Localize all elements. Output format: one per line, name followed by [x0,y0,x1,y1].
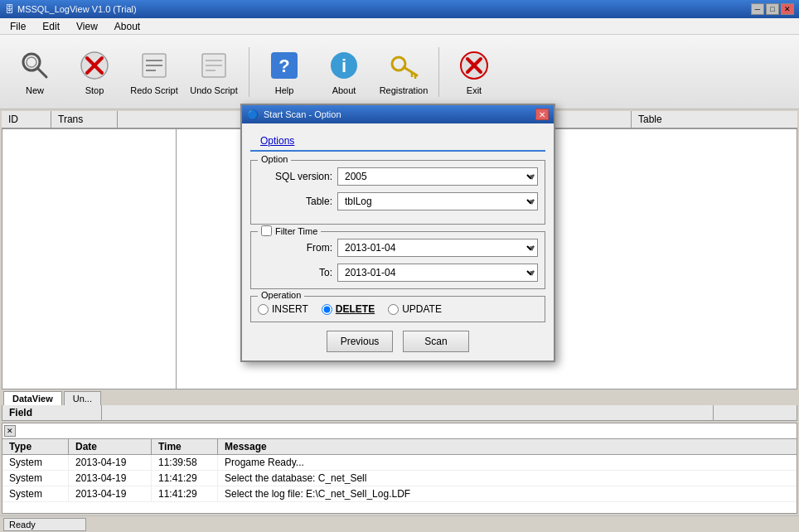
from-select-wrapper: 2013-01-04 ▼ [337,239,538,257]
filter-legend: Filter Time [258,225,321,236]
insert-radio-label[interactable]: INSERT [258,303,308,315]
filter-time-fieldset: Filter Time From: 2013-01-04 ▼ To: [250,231,545,289]
update-label: UPDATE [402,303,442,315]
delete-label: DELETE [336,303,375,315]
sql-version-label: SQL version: [258,171,332,182]
from-label: From: [258,242,332,254]
table-row: Table: tblLog ▼ [258,192,538,210]
to-row: To: 2013-01-04 ▼ [258,264,538,282]
modal-title-left: 🔵 Start Scan - Option [247,109,341,120]
dialog-title: Start Scan - Option [264,109,341,119]
table-select[interactable]: tblLog [337,192,538,210]
dialog-close-button[interactable]: ✕ [535,109,549,120]
from-row: From: 2013-01-04 ▼ [258,239,538,257]
filter-time-checkbox[interactable] [261,225,272,236]
delete-radio[interactable] [322,304,332,315]
to-select[interactable]: 2013-01-04 [337,264,538,282]
option-fieldset: Option SQL version: 2005 2008 2012 2014 … [250,160,545,225]
to-label: To: [258,267,332,278]
sql-version-row: SQL version: 2005 2008 2012 2014 ▼ [258,167,538,186]
option-legend: Option [258,154,291,164]
dialog-button-row: Previous Scan [250,331,545,352]
modal-title-bar: 🔵 Start Scan - Option ✕ [242,105,554,123]
operation-radio-row: INSERT DELETE UPDATE [258,303,538,315]
from-select[interactable]: 2013-01-04 [337,239,538,257]
table-select-wrapper: tblLog ▼ [337,192,538,210]
modal-body: Options Option SQL version: 2005 2008 20… [242,123,554,360]
to-select-wrapper: 2013-01-04 ▼ [337,264,538,282]
insert-label: INSERT [272,303,308,315]
update-radio-label[interactable]: UPDATE [388,303,442,315]
modal-tab-options[interactable]: Options [250,132,304,150]
previous-button[interactable]: Previous [327,331,393,352]
modal-dialog: 🔵 Start Scan - Option ✕ Options Option S… [240,104,555,362]
delete-radio-label[interactable]: DELETE [322,303,375,315]
operation-legend: Operation [258,290,304,300]
filter-time-label: Filter Time [275,226,317,236]
dialog-icon: 🔵 [247,109,259,120]
update-radio[interactable] [388,304,399,315]
modal-overlay: 🔵 Start Scan - Option ✕ Options Option S… [0,0,799,532]
modal-tab-bar: Options [250,132,545,152]
operation-fieldset: Operation INSERT DELETE UPDATE [250,296,545,322]
sql-version-select-wrapper: 2005 2008 2012 2014 ▼ [337,167,538,186]
sql-version-select[interactable]: 2005 2008 2012 2014 [337,167,538,186]
insert-radio[interactable] [258,304,269,315]
scan-button[interactable]: Scan [403,331,469,352]
table-label: Table: [258,196,332,207]
